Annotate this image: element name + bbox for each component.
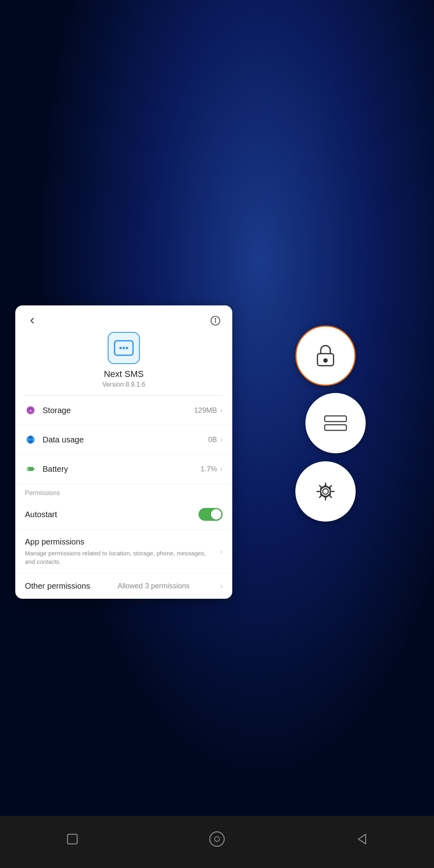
- recent-apps-button[interactable]: [58, 825, 86, 853]
- app-info-panel: Next SMS Version:8.9.1.6 Storage 129MB ›…: [15, 305, 232, 599]
- permissions-section-label: Permissions: [15, 484, 232, 499]
- panel-header: [15, 305, 232, 328]
- svg-rect-14: [27, 467, 29, 471]
- svg-point-11: [27, 438, 35, 441]
- svg-point-21: [323, 489, 328, 494]
- data-usage-chevron: ›: [220, 436, 223, 444]
- navigation-bar: [0, 816, 434, 868]
- svg-rect-13: [33, 468, 35, 470]
- svg-rect-18: [325, 425, 346, 430]
- back-button[interactable]: [25, 313, 39, 328]
- battery-value: 1.7%: [201, 465, 217, 473]
- fab-lock-button[interactable]: [295, 326, 356, 386]
- fab-settings-button[interactable]: [295, 461, 356, 522]
- data-usage-label: Data usage: [43, 435, 208, 444]
- app-permissions-title: App permissions: [25, 537, 215, 547]
- app-icon-container: Next SMS Version:8.9.1.6: [15, 328, 232, 395]
- app-permissions-desc: Manage permissions related to location, …: [25, 549, 215, 566]
- stack-icon: [324, 415, 347, 431]
- svg-point-24: [215, 837, 219, 841]
- app-version: Version:8.9.1.6: [102, 381, 145, 388]
- data-usage-icon: [25, 434, 36, 445]
- other-permissions-item[interactable]: Other permissions Allowed 3 permissions …: [15, 573, 232, 599]
- storage-value: 129MB: [194, 406, 217, 415]
- home-button[interactable]: [203, 825, 231, 853]
- fab-stack-button[interactable]: [305, 393, 366, 453]
- battery-label: Battery: [43, 465, 201, 474]
- app-name: Next SMS: [104, 369, 143, 379]
- svg-rect-22: [68, 834, 77, 844]
- storage-chevron: ›: [220, 406, 223, 415]
- battery-item[interactable]: Battery 1.7% ›: [15, 454, 232, 484]
- svg-point-23: [210, 832, 224, 846]
- autostart-label: Autostart: [25, 510, 57, 519]
- svg-point-4: [119, 347, 122, 349]
- autostart-toggle[interactable]: [199, 508, 223, 521]
- data-usage-item[interactable]: Data usage 0B ›: [15, 425, 232, 454]
- other-permissions-value: Allowed 3 permissions: [118, 582, 190, 590]
- storage-item[interactable]: Storage 129MB ›: [15, 396, 232, 425]
- svg-point-2: [215, 319, 216, 319]
- settings-icon: [314, 480, 337, 503]
- other-permissions-chevron: ›: [220, 582, 223, 590]
- other-permissions-label: Other permissions: [25, 581, 90, 591]
- app-permissions-item[interactable]: App permissions Manage permissions relat…: [15, 530, 232, 573]
- svg-marker-25: [358, 834, 366, 844]
- app-icon: [108, 332, 140, 364]
- lock-icon: [314, 343, 337, 368]
- data-usage-value: 0B: [208, 436, 217, 444]
- svg-point-5: [123, 347, 125, 349]
- autostart-item[interactable]: Autostart: [15, 499, 232, 530]
- battery-icon: [25, 463, 36, 475]
- battery-chevron: ›: [220, 465, 223, 473]
- svg-point-8: [29, 409, 32, 411]
- storage-icon: [25, 405, 36, 416]
- back-nav-button[interactable]: [348, 825, 376, 853]
- info-button[interactable]: [208, 313, 223, 328]
- svg-point-16: [324, 359, 327, 362]
- svg-rect-17: [325, 416, 346, 422]
- svg-point-6: [126, 347, 128, 349]
- storage-label: Storage: [43, 406, 194, 415]
- app-permissions-chevron: ›: [220, 547, 223, 556]
